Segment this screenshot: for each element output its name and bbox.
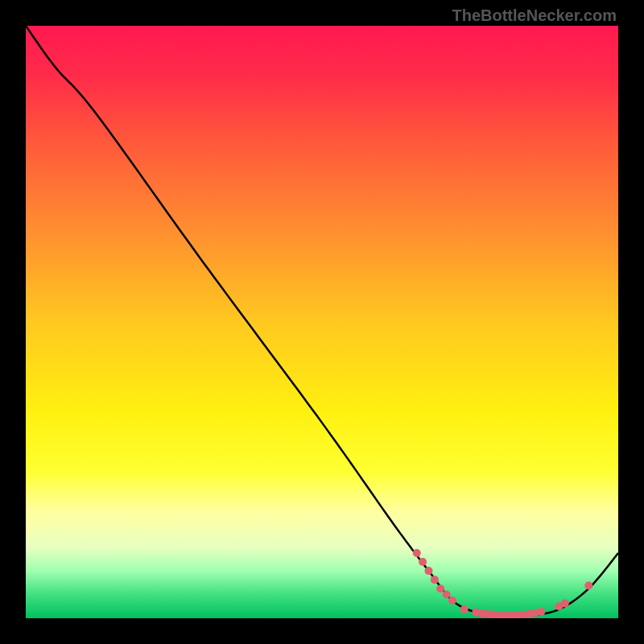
- watermark-text: TheBottleNecker.com: [452, 6, 617, 25]
- svg-rect-0: [26, 26, 618, 618]
- plot-area: [26, 26, 618, 618]
- gradient-background: [26, 26, 618, 618]
- chart-container: TheBottleNecker.com: [0, 0, 644, 644]
